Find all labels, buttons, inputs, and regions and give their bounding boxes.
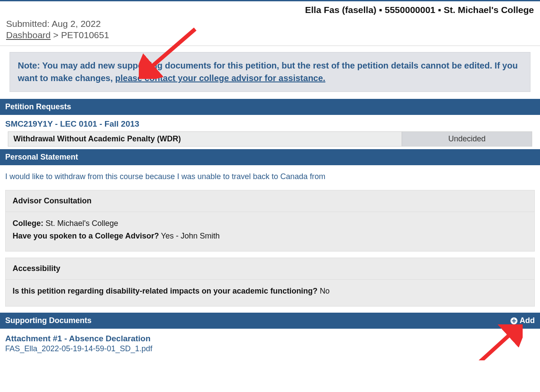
breadcrumb-current: PET010651 [61,30,109,40]
attachment-filename[interactable]: FAS_Ella_2022-05-19-14-59-01_SD_1.pdf [0,343,540,360]
attachment-title[interactable]: Attachment #1 - Absence Declaration [0,329,540,343]
accessibility-question-value: No [320,287,330,295]
accessibility-question-line: Is this petition regarding disability-re… [13,287,527,296]
advisor-consultation-title: Advisor Consultation [6,190,534,212]
svg-rect-4 [512,320,516,321]
note-prefix: Note: [18,61,40,70]
add-label: Add [520,316,535,325]
user-info-bar: Ella Fas (fasella) ▪ 5550000001 ▪ St. Mi… [0,1,540,15]
advisor-college-label: College: [13,219,43,228]
advisor-spoken-line: Have you spoken to a College Advisor? Ye… [13,232,527,241]
user-name: Ella Fas (fasella) [305,5,376,15]
petition-request-row: Withdrawal Without Academic Penalty (WDR… [8,131,532,147]
section-title: Supporting Documents [5,316,92,325]
section-title: Personal Statement [5,153,78,162]
breadcrumb: Dashboard > PET010651 [0,29,540,46]
breadcrumb-separator: > [53,30,59,40]
submitted-date: Aug 2, 2022 [52,19,101,29]
personal-statement-text: I would like to withdraw from this cours… [0,165,540,190]
accessibility-question-label: Is this petition regarding disability-re… [13,287,317,295]
advisor-college-line: College: St. Michael's College [13,219,527,228]
separator: ▪ [438,5,441,15]
note-line1: You may add new supporting documents for… [42,61,492,70]
accessibility-block: Accessibility Is this petition regarding… [5,258,535,307]
petition-request-name: Withdrawal Without Academic Penalty (WDR… [8,132,402,146]
college-name: St. Michael's College [444,5,534,15]
section-supporting-documents-header: Supporting Documents Add [0,313,540,329]
breadcrumb-dashboard-link[interactable]: Dashboard [6,30,51,40]
contact-advisor-link[interactable]: please contact your college advisor for … [115,73,326,83]
separator: ▪ [379,5,382,15]
advisor-college-value: St. Michael's College [46,219,118,228]
note-box: Note: You may add new supporting documen… [10,52,530,92]
advisor-spoken-label: Have you spoken to a College Advisor? [13,232,159,240]
petition-request-status: Undecided [402,132,532,146]
section-personal-statement-header: Personal Statement [0,149,540,165]
advisor-consultation-block: Advisor Consultation College: St. Michae… [5,190,535,252]
advisor-spoken-value: Yes - John Smith [161,232,219,240]
plus-circle-icon [510,317,518,325]
accessibility-title: Accessibility [6,258,534,280]
course-title: SMC219Y1Y - LEC 0101 - Fall 2013 [0,115,540,131]
section-title: Petition Requests [5,102,71,111]
submitted-line: Submitted: Aug 2, 2022 [0,15,540,29]
section-petition-requests-header: Petition Requests [0,99,540,115]
submitted-label: Submitted: [6,19,49,29]
add-document-button[interactable]: Add [510,316,535,325]
student-id: 5550000001 [385,5,435,15]
